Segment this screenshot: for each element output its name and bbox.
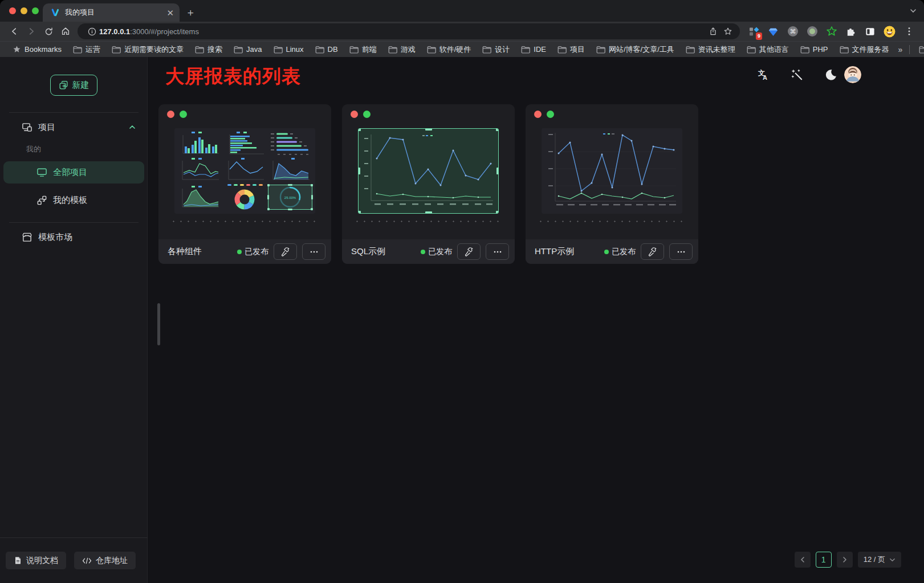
bookmark-folder-label: 搜索: [207, 44, 222, 55]
bookmark-folder[interactable]: 网站/博客/文章/工具: [592, 43, 679, 56]
url-text: 127.0.0.1:3000/#/project/items: [99, 27, 706, 36]
new-project-button[interactable]: 新建: [50, 75, 97, 96]
bookmark-folder[interactable]: Linux: [269, 43, 308, 55]
sidebar-item-my-templates[interactable]: 我的模板: [3, 189, 144, 211]
svg-text:⌘: ⌘: [789, 28, 796, 35]
prev-page-button[interactable]: [795, 552, 811, 568]
bookmark-folder[interactable]: 搜索: [190, 43, 227, 56]
current-page-button[interactable]: 1: [816, 552, 832, 568]
bookmark-folder[interactable]: DB: [311, 43, 343, 55]
forward-button[interactable]: [23, 23, 40, 39]
edit-hammer-button[interactable]: [457, 243, 481, 260]
project-thumbnail[interactable]: [358, 128, 499, 214]
selection-handle[interactable]: [267, 184, 270, 186]
repo-button[interactable]: 仓库地址: [74, 552, 136, 569]
more-options-button[interactable]: [486, 243, 509, 260]
edit-hammer-button[interactable]: [641, 243, 664, 260]
user-avatar[interactable]: [844, 66, 861, 83]
bookmark-folder[interactable]: 运营: [68, 43, 105, 56]
bookmark-star-icon[interactable]: [721, 24, 735, 39]
bookmark-folder-label: 运营: [86, 44, 100, 55]
scrollbar-thumb[interactable]: [157, 303, 160, 345]
macos-traffic-lights[interactable]: [9, 7, 39, 14]
selection-handle[interactable]: [425, 211, 432, 214]
bookmark-folder[interactable]: PHP: [796, 43, 833, 55]
docs-button[interactable]: 说明文档: [6, 552, 66, 569]
selection-handle[interactable]: [425, 128, 432, 131]
language-icon[interactable]: 文A: [755, 67, 770, 82]
home-button[interactable]: [57, 23, 74, 39]
chevron-up-icon[interactable]: [128, 123, 136, 131]
extension-green-star-icon[interactable]: [825, 26, 837, 38]
edit-hammer-button[interactable]: [274, 243, 297, 260]
bookmark-folder[interactable]: 文件服务器: [835, 43, 894, 56]
sidebar-group-projects[interactable]: 项目: [0, 116, 148, 138]
line-chart-preview: [542, 128, 681, 213]
extension-blocks-icon[interactable]: 9: [748, 26, 760, 38]
selection-handle[interactable]: [311, 195, 313, 199]
maximize-window-button[interactable]: [32, 7, 39, 14]
selection-handle[interactable]: [267, 208, 270, 210]
selection-handle[interactable]: [496, 168, 499, 174]
extension-record-icon[interactable]: [806, 26, 818, 38]
tab-strip: 我的项目 ✕ ＋: [0, 0, 924, 22]
bookmark-folder-label: 设计: [495, 44, 510, 55]
new-project-icon: [59, 80, 68, 90]
selection-handle[interactable]: [358, 128, 361, 131]
sidebar-divider: [9, 222, 139, 223]
address-bar[interactable]: 127.0.0.1:3000/#/project/items: [78, 23, 740, 39]
tab-close-icon[interactable]: ✕: [166, 9, 174, 17]
bookmark-folder[interactable]: 其他语言: [742, 43, 793, 56]
bookmark-folder[interactable]: 软件/硬件: [422, 43, 476, 56]
extensions-puzzle-icon[interactable]: [845, 26, 857, 38]
bookmark-folder[interactable]: 设计: [478, 43, 514, 56]
selection-handle[interactable]: [496, 128, 499, 131]
mini-donut-chart: [222, 183, 268, 211]
bookmarks-manager-item[interactable]: Bookmarks: [8, 43, 66, 55]
project-thumbnail[interactable]: 25.00%: [174, 128, 315, 214]
minimize-window-button[interactable]: [21, 7, 27, 14]
bookmarks-overflow-chevron[interactable]: »: [896, 45, 905, 54]
sidebar-group-label: 项目: [38, 122, 55, 133]
share-icon[interactable]: [706, 24, 721, 39]
extension-gem-icon[interactable]: [767, 26, 779, 38]
reload-button[interactable]: [40, 23, 57, 39]
selection-handle[interactable]: [358, 168, 360, 174]
more-options-button[interactable]: [669, 243, 693, 260]
close-window-button[interactable]: [9, 7, 16, 14]
next-page-button[interactable]: [837, 552, 853, 568]
more-options-button[interactable]: [302, 243, 325, 260]
tab-search-chevron-icon[interactable]: [909, 7, 917, 15]
selection-handle[interactable]: [288, 209, 292, 210]
selection-handle[interactable]: [311, 208, 313, 210]
site-info-icon[interactable]: [84, 24, 99, 39]
other-bookmarks-item[interactable]: 其他书签: [914, 43, 924, 56]
extension-command-icon[interactable]: ⌘: [787, 26, 799, 38]
page-size-select[interactable]: 12 / 页: [858, 552, 901, 568]
bookmark-folder[interactable]: 资讯未整理: [681, 43, 740, 56]
back-button[interactable]: [6, 23, 23, 39]
sidebar-item-all-projects[interactable]: 全部项目: [3, 161, 144, 184]
selection-handle[interactable]: [288, 184, 292, 186]
bookmark-folder[interactable]: 近期需要读的文章: [107, 43, 188, 56]
selection-handle[interactable]: [267, 195, 269, 199]
selection-handle[interactable]: [496, 211, 499, 214]
side-panel-icon[interactable]: [864, 26, 876, 38]
magic-wand-icon[interactable]: [789, 67, 804, 82]
sidebar-item-template-market[interactable]: 模板市场: [0, 226, 148, 248]
bookmark-folder[interactable]: 游戏: [384, 43, 420, 56]
selection-handle[interactable]: [311, 184, 313, 186]
new-tab-button[interactable]: ＋: [184, 6, 197, 19]
selection-handle[interactable]: [358, 211, 361, 214]
bookmark-folder[interactable]: 项目: [553, 43, 589, 56]
profile-emoji-avatar[interactable]: [884, 26, 895, 38]
bookmark-folder-label: Java: [246, 45, 262, 54]
bookmark-folder[interactable]: IDE: [516, 43, 551, 55]
browser-menu-icon[interactable]: [903, 26, 915, 38]
folder-icon: [557, 46, 567, 54]
bookmark-folder[interactable]: Java: [229, 43, 266, 55]
dark-mode-moon-icon[interactable]: [824, 67, 838, 82]
project-thumbnail[interactable]: [542, 128, 682, 214]
browser-tab[interactable]: 我的项目 ✕: [43, 3, 180, 22]
bookmark-folder[interactable]: 前端: [345, 43, 381, 56]
